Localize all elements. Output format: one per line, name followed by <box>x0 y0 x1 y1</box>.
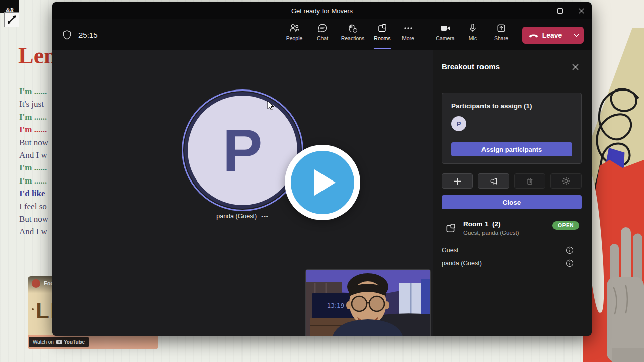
room-settings-button[interactable] <box>550 173 582 189</box>
trash-icon <box>526 177 534 185</box>
lyric-line: It's just <box>19 99 52 112</box>
window-controls <box>528 2 592 19</box>
chat-icon <box>317 23 328 33</box>
participant-avatar: P <box>184 92 301 209</box>
video-play-button[interactable] <box>285 145 360 220</box>
lyric-line: I'm ...... <box>19 125 52 137</box>
youtube-play-icon <box>56 340 62 344</box>
member-info-button[interactable] <box>566 246 574 254</box>
hangup-phone-icon <box>529 33 538 38</box>
participant-more-button[interactable]: ••• <box>261 213 269 219</box>
meeting-content: P panda (Guest) ••• <box>52 50 592 336</box>
self-video-tile[interactable]: 13:19 <box>306 270 430 336</box>
delete-room-button[interactable] <box>514 173 545 189</box>
toolbar-rooms-button[interactable]: Rooms <box>370 23 395 47</box>
toolbar-camera-button[interactable]: Camera <box>431 23 460 47</box>
close-rooms-button[interactable]: Close <box>442 195 582 209</box>
lyric-line: But now <box>19 138 52 150</box>
resize-widget[interactable] <box>4 12 19 27</box>
maximize-icon <box>557 8 563 14</box>
room-icon <box>445 222 456 234</box>
leave-options-button[interactable] <box>569 27 584 44</box>
panel-title: Breakout rooms <box>442 62 500 71</box>
doc-heading: Lem <box>18 42 52 69</box>
info-icon <box>566 259 574 267</box>
svg-text:13:19: 13:19 <box>327 302 345 309</box>
meeting-timer: 25:15 <box>78 31 98 39</box>
close-window-button[interactable] <box>571 2 592 19</box>
toolbar-separator <box>427 26 427 43</box>
leave-button[interactable]: Leave <box>522 27 569 44</box>
lyric-line: I'm ...... <box>19 86 52 99</box>
meeting-toolbar: 25:15 People Chat <box>52 19 592 50</box>
close-icon <box>579 8 584 14</box>
more-label: More <box>402 35 414 41</box>
minimize-icon <box>536 8 542 14</box>
watch-on-label: Watch on <box>33 339 54 345</box>
hand-photo <box>605 182 644 362</box>
lyric-line: I'm ...... <box>19 176 52 189</box>
rooms-label: Rooms <box>374 35 390 41</box>
share-icon <box>496 23 506 33</box>
member-info-button[interactable] <box>566 259 574 267</box>
minimize-button[interactable] <box>528 2 549 19</box>
member-row[interactable]: panda (Guest) <box>433 258 592 270</box>
room-actions-row <box>442 173 582 189</box>
maximize-button[interactable] <box>549 2 571 19</box>
megaphone-icon <box>490 177 498 185</box>
member-name: panda (Guest) <box>442 260 482 267</box>
people-icon <box>289 23 300 33</box>
assign-participants-button[interactable]: Assign participants <box>451 142 572 156</box>
toolbar-share-button[interactable]: Share <box>486 23 516 47</box>
camera-label: Camera <box>436 35 454 41</box>
rooms-icon <box>377 23 387 33</box>
rooms-active-underline <box>374 48 391 49</box>
participant-name-row: panda (Guest) ••• <box>192 213 293 220</box>
lyric-line: And I w <box>19 150 52 163</box>
share-label: Share <box>494 35 508 41</box>
toolbar-mic-button[interactable]: Mic <box>462 23 484 47</box>
participants-to-assign-card: Participants to assign (1) P Assign part… <box>442 93 582 164</box>
toolbar-more-button[interactable]: More <box>397 23 419 47</box>
youtube-thumb-dot <box>32 308 34 310</box>
participants-header: Participants to assign (1) <box>451 102 532 110</box>
unassigned-participant-avatar[interactable]: P <box>451 116 466 131</box>
window-title: Get ready for Movers <box>291 7 353 15</box>
youtube-channel-avatar[interactable] <box>32 279 40 288</box>
security-shield-icon <box>62 30 72 40</box>
people-label: People <box>286 35 303 41</box>
site-logo: &R <box>0 0 19 13</box>
panel-close-button[interactable] <box>570 61 581 72</box>
doc-lyrics: I'm ...... It's just I'm ...... I'm ....… <box>19 86 52 240</box>
room-status-badge: OPEN <box>552 221 579 230</box>
lyric-line-link[interactable]: I'd like <box>19 189 52 201</box>
lyric-line: And I w <box>19 227 52 239</box>
toolbar-people-button[interactable]: People <box>281 23 307 47</box>
mouse-cursor <box>267 101 275 112</box>
teams-meeting-window: Get ready for Movers 25:15 <box>52 2 592 336</box>
participant-name: panda (Guest) <box>216 213 257 220</box>
reactions-hand-icon <box>348 23 358 33</box>
more-icon <box>403 23 413 33</box>
member-row[interactable]: Guest <box>433 245 592 257</box>
leave-label: Leave <box>542 31 562 39</box>
room-name: Room 1 (2) <box>463 220 501 228</box>
camera-icon <box>440 23 451 33</box>
reactions-label: Reactions <box>341 35 365 41</box>
lyric-line: I'm ...... <box>19 112 52 125</box>
webcam-scene: 13:19 <box>306 270 430 336</box>
room-row[interactable]: Room 1 (2) Guest, panda (Guest) OPEN <box>433 219 592 241</box>
lyric-line: I'm ...... <box>19 163 52 175</box>
add-room-button[interactable] <box>442 173 473 189</box>
window-titlebar[interactable]: Get ready for Movers <box>52 2 592 19</box>
meeting-stage: P panda (Guest) ••• <box>52 50 433 336</box>
toolbar-chat-button[interactable]: Chat <box>309 23 336 47</box>
plus-icon <box>454 177 461 185</box>
close-icon <box>572 64 579 70</box>
meeting-timer-group: 25:15 <box>62 19 98 50</box>
announcement-button[interactable] <box>478 173 509 189</box>
youtube-watch-badge[interactable]: Watch on YouTube <box>29 337 89 347</box>
mic-label: Mic <box>469 35 477 41</box>
toolbar-reactions-button[interactable]: Reactions <box>338 23 368 47</box>
breakout-rooms-panel: Breakout rooms Participants to assign (1… <box>433 50 592 336</box>
